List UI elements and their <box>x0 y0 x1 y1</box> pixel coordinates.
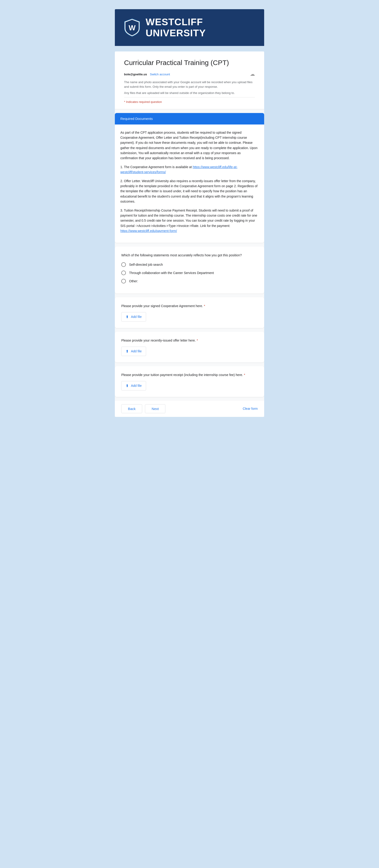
item1-text: 1. The Cooperative Agreement form is ava… <box>120 165 193 169</box>
file-upload-card-1: Please provide your recently-issued offe… <box>115 332 264 363</box>
radio-circle-1[interactable] <box>121 271 126 275</box>
add-file-button-0[interactable]: ⬆ Add file <box>121 312 146 321</box>
radio-circle-0[interactable] <box>121 262 126 267</box>
radio-circle-2[interactable] <box>121 279 126 283</box>
add-file-label-1: Add file <box>131 349 142 353</box>
form-title-section: Curricular Practical Training (CPT) bole… <box>115 52 264 109</box>
radio-label-0: Self-directed job search <box>129 263 163 267</box>
item-1: 1. The Cooperative Agreement form is ava… <box>120 164 259 175</box>
form-container: Curricular Practical Training (CPT) bole… <box>115 52 264 417</box>
upload-icon-2: ⬆ <box>126 383 129 388</box>
item3-text: 3. Tuition Receipt/Internship Course Pay… <box>120 209 257 228</box>
add-file-button-1[interactable]: ⬆ Add file <box>121 347 146 356</box>
file-upload-card-0: Please provide your signed Cooperative A… <box>115 297 264 328</box>
radio-option-0[interactable]: Self-directed job search <box>121 262 258 267</box>
account-row: bole@goelite.us Switch account ☁ <box>124 71 255 77</box>
add-file-label-2: Add file <box>131 384 142 388</box>
site-header: W WESTCLIFF UNIVERSITY <box>115 9 264 46</box>
back-button[interactable]: Back <box>121 404 142 413</box>
required-indicator: * Indicates required question <box>124 100 255 103</box>
account-info: bole@goelite.us Switch account <box>124 72 170 76</box>
nav-left-buttons: Back Next <box>121 404 165 413</box>
section-header: Required Documents <box>115 113 264 124</box>
bottom-navigation: Back Next Clear form <box>115 401 264 417</box>
page-wrapper: W WESTCLIFF UNIVERSITY Curricular Practi… <box>115 9 264 417</box>
upload-icon-1: ⬆ <box>126 349 129 353</box>
file-question-1: Please provide your recently-issued offe… <box>121 338 258 343</box>
radio-label-1: Through collaboration with the Career Se… <box>129 271 214 275</box>
position-question-text: Which of the following statements most a… <box>121 253 258 258</box>
svg-text:W: W <box>129 24 136 32</box>
university-name: WESTCLIFF UNIVERSITY <box>146 17 255 39</box>
intro-text: As part of the CPT application process, … <box>120 130 259 161</box>
item-3: 3. Tuition Receipt/Internship Course Pay… <box>120 208 259 234</box>
item-2: 2. Offer Letter. Westcliff University al… <box>120 179 259 204</box>
item3-link[interactable]: https://www.westcliff.edu/payment-form/ <box>120 229 177 233</box>
next-button[interactable]: Next <box>145 404 165 413</box>
account-info-text-1: The name and photo associated with your … <box>124 80 255 89</box>
add-file-button-2[interactable]: ⬆ Add file <box>121 381 146 391</box>
file-upload-card-2: Please provide your tuition payment rece… <box>115 366 264 397</box>
required-star-0: * <box>204 304 205 308</box>
file-question-0: Please provide your signed Cooperative A… <box>121 304 258 308</box>
form-title: Curricular Practical Training (CPT) <box>124 59 255 67</box>
item2-text: 2. Offer Letter. Westcliff University al… <box>120 179 257 204</box>
account-info-text-2: Any files that are uploaded will be shar… <box>124 91 255 95</box>
clear-form-button[interactable]: Clear form <box>243 407 258 410</box>
radio-label-2: Other: <box>129 279 138 283</box>
required-docs-section: Required Documents As part of the CPT ap… <box>115 113 264 243</box>
account-email: bole@goelite.us <box>124 72 147 76</box>
position-question-card: Which of the following statements most a… <box>115 246 264 293</box>
section-header-title: Required Documents <box>120 117 153 121</box>
required-star-2: * <box>244 373 245 377</box>
section-body: As part of the CPT application process, … <box>115 124 264 243</box>
upload-icon-0: ⬆ <box>126 315 129 319</box>
university-logo: W <box>124 19 140 37</box>
required-star-1: * <box>197 339 198 342</box>
switch-account-link[interactable]: Switch account <box>150 72 170 76</box>
add-file-label-0: Add file <box>131 315 142 318</box>
radio-option-2[interactable]: Other: <box>121 279 258 283</box>
radio-option-1[interactable]: Through collaboration with the Career Se… <box>121 271 258 275</box>
file-question-2: Please provide your tuition payment rece… <box>121 373 258 377</box>
cloud-icon: ☁ <box>250 71 255 77</box>
